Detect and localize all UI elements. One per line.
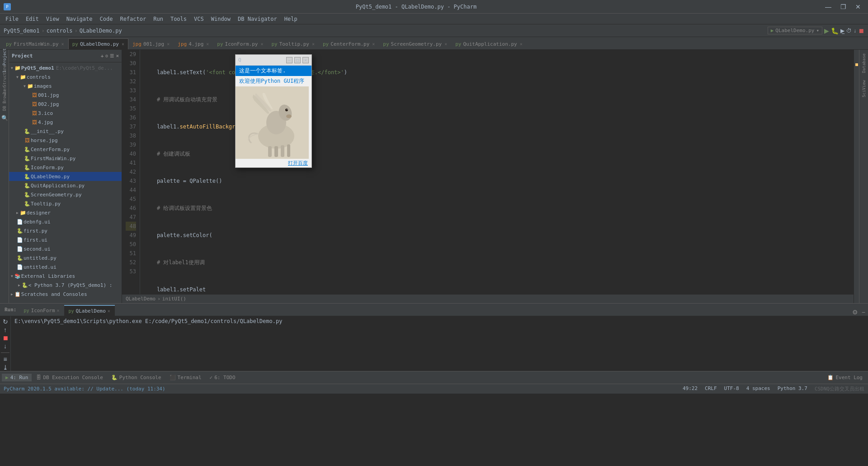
tree-horsejpg[interactable]: 🖼 horse.jpg [9,136,122,145]
breadcrumb-folder[interactable]: controls [47,28,73,34]
tab-tooltip[interactable]: py Tooltip.py × [267,38,319,49]
tab-close-icon[interactable]: × [206,42,209,47]
menu-view[interactable]: View [42,15,63,23]
menu-refactor[interactable]: Refactor [116,15,150,23]
tree-images[interactable]: ▼ 📁 images [9,81,122,90]
tab-screengeometry[interactable]: py ScreenGeometry.py × [379,38,451,49]
settings-icon[interactable]: ⚙ [852,309,858,316]
bottom-tab-iconform[interactable]: py IconForm × [19,305,64,316]
tab-qlabeldemo[interactable]: py QLabelDemo.py × [68,38,128,49]
project-settings-icon[interactable]: ⚙ [105,53,108,58]
menu-file[interactable]: File [2,15,22,23]
tree-secondui[interactable]: 📄 second.ui [9,244,122,253]
scroll-button[interactable]: ⤓ [1,364,10,371]
tree-002jpg[interactable]: 🖼 002.jpg [9,100,122,109]
tab-close-icon[interactable]: × [61,42,64,47]
toolbar-event-log[interactable]: 📋 Event Log [824,374,866,381]
tree-centerform[interactable]: 🐍 CenterForm.py [9,145,122,154]
tab-close-icon[interactable]: × [57,308,60,313]
menu-vcs[interactable]: VCS [190,15,208,23]
stop-run-button[interactable]: ⏹ [1,334,10,342]
menu-code[interactable]: Code [96,15,117,23]
tree-firstui[interactable]: 📄 first.ui [9,235,122,244]
toolbar-terminal[interactable]: ⬛ Terminal [166,374,205,381]
menu-navigate[interactable]: Navigate [63,15,96,23]
popup-link[interactable]: 打开百度 [236,159,311,167]
menu-tools[interactable]: Tools [167,15,190,23]
run-up-button[interactable]: ↑ [1,326,10,333]
tree-designer[interactable]: ▶ 📁 designer [9,208,122,217]
tab-close-icon[interactable]: × [108,309,110,314]
project-close-icon[interactable]: × [116,53,119,59]
tab-quitapplication[interactable]: py QuitApplication.py × [451,38,527,49]
run-down-button[interactable]: ↓ [1,342,10,350]
popup-menu-item1[interactable]: 这是一个文本标签. [236,66,311,76]
tab-iconform[interactable]: py IconForm.py × [213,38,267,49]
statusbar-indent[interactable]: 4 spaces [746,385,770,392]
debug-button[interactable]: 🐛 [831,27,839,34]
tree-001jpg[interactable]: 🖼 001.jpg [9,90,122,100]
tree-firstpy[interactable]: 🐍 first.py [9,226,122,235]
coverage-button[interactable]: ▶̲ [840,28,844,34]
project-layout-icon[interactable]: ☰ [110,53,114,58]
tree-iconform[interactable]: 🐍 IconForm.py [9,163,122,172]
bottom-tab-qlabeldemo[interactable]: py QLabelDemo × [64,305,115,316]
sidebar-icon-dbnavigator[interactable]: DB Browser [1,90,8,108]
popup-menu-item2[interactable]: 欢迎使用Python GUI程序 [236,76,311,86]
tree-tooltip[interactable]: 🐍 Tooltip.py [9,199,122,208]
breadcrumb-project[interactable]: PyQt5_demo1 [4,28,39,34]
right-icon-database[interactable]: Database [861,50,867,76]
tree-4jpg[interactable]: 🖼 4.jpg [9,118,122,127]
run-config-dropdown[interactable]: ▶ QLabelDemo.py ▾ [768,27,822,34]
minimize-button[interactable]: — [821,2,835,11]
menu-run[interactable]: Run [150,15,167,23]
tab-close-icon[interactable]: × [122,42,124,47]
project-add-icon[interactable]: + [101,53,104,59]
tree-screengeometry[interactable]: 🐍 ScreenGeometry.py [9,190,122,199]
right-icon-sciview[interactable]: SciView [861,76,867,101]
statusbar-crlf[interactable]: CRLF [705,385,717,392]
tree-firstmainwin[interactable]: 🐍 FirstMainWin.py [9,154,122,163]
rerun-button[interactable]: ↻ [1,318,10,325]
stop-button[interactable]: ⏹ [858,27,864,34]
tree-qlabeldemo[interactable]: 🐍 QLabelDemo.py [9,172,122,181]
sidebar-icon-search[interactable]: 🔍 [1,109,8,127]
tree-scratches[interactable]: ▶ 📋 Scratches and Consoles [9,290,122,299]
menu-dbnavigator[interactable]: DB Navigator [234,15,281,23]
vcs-update-button[interactable]: ↓ [854,28,856,34]
tree-untitledui[interactable]: 📄 untitled.ui [9,262,122,271]
tab-centerform[interactable]: py CenterForm.py × [319,38,379,49]
tab-001jpg[interactable]: jpg 001.jpg × [128,38,174,49]
run-button[interactable]: ▶ [824,27,829,34]
tree-external-libs[interactable]: ▼ 📚 External Libraries [9,271,122,281]
toolbar-todo[interactable]: ✓ 6: TODO [206,374,239,381]
tab-close-icon[interactable]: × [167,42,170,47]
tree-python37[interactable]: ▶ 🐍 < Python 3.7 (PyQt5_demo1) : [9,281,122,290]
toolbar-python-console[interactable]: 🐍 Python Console [108,374,165,381]
tree-root[interactable]: ▼ 📁 PyQt5_demo1 E:\code\PyQt5_de... [9,63,122,72]
tree-debnfg[interactable]: 📄 debnfg.ui [9,217,122,226]
tree-controls[interactable]: ▼ 📁 controls [9,72,122,81]
close-button[interactable]: ✕ [852,2,864,11]
wrap-button[interactable]: ≡ [1,356,10,363]
menu-window[interactable]: Window [208,15,234,23]
tab-close-icon[interactable]: × [372,42,375,47]
toolbar-db-execution[interactable]: 🗄 DB Execution Console [33,374,106,381]
minimize-panel-icon[interactable]: − [862,309,865,316]
menu-edit[interactable]: Edit [22,15,42,23]
tree-3ico[interactable]: 🖼 3.ico [9,109,122,118]
tab-firstmainwin[interactable]: py FirstMainWin.py × [2,38,68,49]
profile-button[interactable]: ⏱ [846,28,852,34]
tab-close-icon[interactable]: × [444,42,447,47]
tree-init[interactable]: 🐍 __init__.py [9,127,122,136]
tab-close-icon[interactable]: × [312,42,315,47]
menu-help[interactable]: Help [281,15,301,23]
maximize-button[interactable]: ❐ [837,2,850,11]
popup-maximize-button[interactable]: □ [294,57,301,63]
statusbar-update[interactable]: PyCharm 2020.1.5 available: // Update...… [4,386,165,392]
tree-quitapplication[interactable]: 🐍 QuitApplication.py [9,181,122,190]
popup-close-button[interactable]: × [302,57,309,63]
breadcrumb-file[interactable]: QLabelDemo.py [80,28,122,34]
statusbar-python[interactable]: Python 3.7 [778,385,807,392]
tab-close-icon[interactable]: × [260,42,263,47]
